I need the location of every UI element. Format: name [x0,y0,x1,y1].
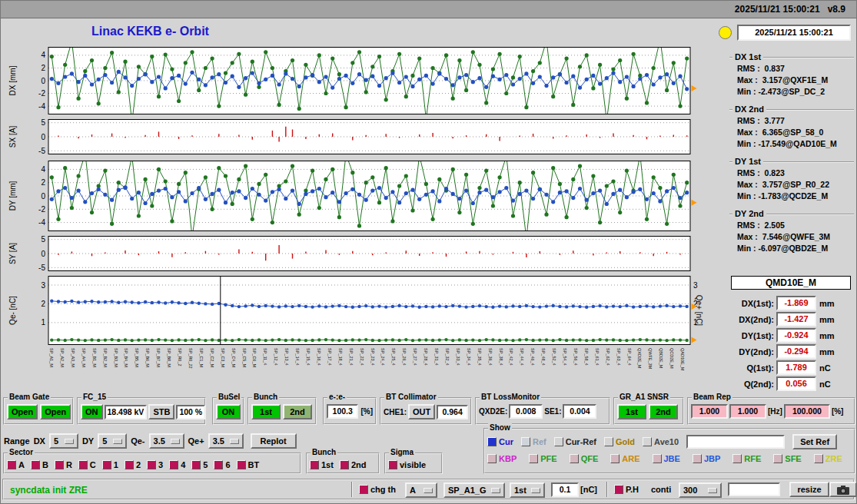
sector-checkbox-A[interactable]: A [7,460,25,469]
sector-checkbox-6[interactable]: 6 [214,460,230,469]
x-tick-label: SP_B5_M [135,348,139,367]
sigma-visible-checkbox[interactable]: visible [388,460,426,469]
busel-on-button[interactable]: ON [216,404,241,419]
ref-input[interactable] [686,435,785,449]
x-tick-label: SP_A1_M [49,348,54,367]
fc15-group: FC_15 ON 18.498 kV STB 100 % [77,397,206,425]
sx-chart: 50-5 [25,119,704,154]
x-tick-label: SP_B6_M [145,348,150,367]
fc15-percent-display: 100 % [176,405,205,419]
sector-group: Sector A B R C 1 2 3 4 5 6 BT [3,453,301,474]
svg-text:1: 1 [41,318,45,327]
x-tick-label: SP_R0_22 [188,348,193,369]
show-checkbox-Ave10[interactable]: Ave10 [643,437,679,446]
beam-gate-group: Beam Gate Open Open [3,397,74,425]
x-tick-label: SP_15_4 [306,348,311,366]
bunch-2nd-button[interactable]: 2nd [283,404,312,419]
divider [351,482,353,497]
stat-group-2: DY 1st RMS : 0.823Max : 3.757@SP_R0_22Mi… [729,161,854,204]
sector-checkbox-4[interactable]: 4 [169,460,185,469]
x-tick-label: SP_52_4 [552,348,556,366]
qmd-row-4: Q(1st): 1.789 nC [729,360,855,376]
qe-minus-axis-label: Qe- [nC] [8,296,17,325]
show-checkbox-PFE[interactable]: PFE [529,454,556,463]
replot-button[interactable]: Replot [251,433,297,449]
che1-out-button[interactable]: OUT [408,404,435,419]
x-tick-label: SP_61_4 [595,348,600,366]
sector-checkbox-C[interactable]: C [78,460,96,469]
sector-checkbox-B[interactable]: B [31,460,48,469]
thr-bunch-select[interactable]: 1st [510,482,545,498]
svg-text:4: 4 [41,165,45,174]
x-tick-label: SP_25_4 [391,348,396,366]
x-tick-label: QCD2E_M [669,348,674,369]
svg-text:-2: -2 [38,89,45,98]
sector-checkbox-1[interactable]: 1 [102,460,118,469]
beam-rep-3-display: 100.000 [784,404,830,419]
repeat-count-select[interactable]: 300 [679,482,722,498]
svg-text:4: 4 [41,51,45,59]
x-tick-label: SP_36_4 [488,348,493,366]
bunch-checkbox-1st[interactable]: 1st [310,460,334,469]
dx-chart: 420-2-4 [25,47,704,114]
sector-checkbox-5[interactable]: 5 [191,460,208,469]
bunch-checkbox-2nd[interactable]: 2nd [340,460,367,469]
status-text-input[interactable] [728,482,780,496]
fc15-stb-button[interactable]: STB [148,404,174,419]
show-row1: Cur Ref Cur-Ref Gold Ave10 [487,437,679,446]
bunch-1st-button[interactable]: 1st [251,404,281,419]
show-checkbox-Cur[interactable]: Cur [487,437,513,446]
threshold-input[interactable]: 0.1 [551,482,579,497]
set-ref-button[interactable]: Set Ref [792,434,837,449]
range-qe-plus-select[interactable]: 3.5 [208,433,244,449]
sector-checkbox-2[interactable]: 2 [125,460,141,469]
beam-rep-group: Beam Rep 1.000 1.000 [Hz] 100.000 [%] [687,397,855,425]
page-title: Linac KEKB e- Orbit [91,25,209,38]
x-tick-label: SP_42_4 [509,348,513,366]
qmd-row-5: Q(2nd): 0.056 nC [729,376,855,392]
fc15-on-button[interactable]: ON [81,404,103,419]
resize-button[interactable]: resize [789,482,829,497]
show-checkbox-SFE[interactable]: SFE [773,454,801,463]
show-checkbox-ZRE[interactable]: ZRE [814,454,842,463]
show-checkbox-Cur-Ref[interactable]: Cur-Ref [554,437,596,446]
chg-th-checkbox[interactable]: chg th [359,485,396,494]
x-axis-labels: SP_A1_MSP_A2_MSP_A3_MSP_A4_MSP_B1_MSP_B2… [48,346,690,394]
gr-a1-1st-button[interactable]: 1st [617,404,646,419]
thr-device-select[interactable]: SP_A1_G [443,482,505,498]
range-dx-select[interactable]: 5 [49,433,78,449]
bunch-items: 1st 2nd [307,454,378,469]
x-tick-label: SP_11_4 [263,348,267,365]
sector-checkbox-3[interactable]: 3 [147,460,163,469]
show-checkbox-Ref[interactable]: Ref [521,437,546,446]
x-tick-label: SP_C5_M [242,348,247,367]
ph-checkbox[interactable]: P.H [614,485,639,494]
x-tick-label: QWFE_3M [648,348,653,369]
x-tick-label: SP_C4_M [231,348,236,367]
sector-checkbox-BT[interactable]: BT [237,460,260,469]
x-tick-label: SP_B4_M [124,348,128,367]
show-checkbox-Gold[interactable]: Gold [604,437,635,446]
show-checkbox-RFE[interactable]: RFE [732,454,761,463]
range-dy-select[interactable]: 5 [98,433,127,449]
snapshot-button[interactable] [829,482,857,497]
show-checkbox-ARE[interactable]: ARE [610,454,639,463]
ee-ratio-display: 100.3 [327,404,358,419]
sector-checkbox-R[interactable]: R [55,460,72,469]
x-tick-label: SP_64_4 [627,348,632,366]
show-checkbox-QFE[interactable]: QFE [570,454,599,463]
plot-sx: SX [A] 50-5 [1,119,706,154]
x-tick-label: SP_B8_M [167,348,171,367]
x-tick-label: SP_24_4 [380,348,385,366]
app-window: 2025/11/21 15:00:21 v8.9 Linac KEKB e- O… [0,0,857,504]
x-tick-label: SP_63_4 [616,348,621,366]
thr-device-a-select[interactable]: A [405,482,437,498]
beam-gate-open-1-button[interactable]: Open [7,404,38,419]
gr-a1-2nd-button[interactable]: 2nd [649,404,678,419]
x-tick-label: SP_C1_M [199,348,204,367]
show-checkbox-JBE[interactable]: JBE [653,454,680,463]
range-qe-minus-select[interactable]: 3.5 [149,433,184,449]
beam-gate-open-2-button[interactable]: Open [40,404,71,419]
show-checkbox-JBP[interactable]: JBP [693,454,720,463]
show-checkbox-KBP[interactable]: KBP [487,454,517,463]
